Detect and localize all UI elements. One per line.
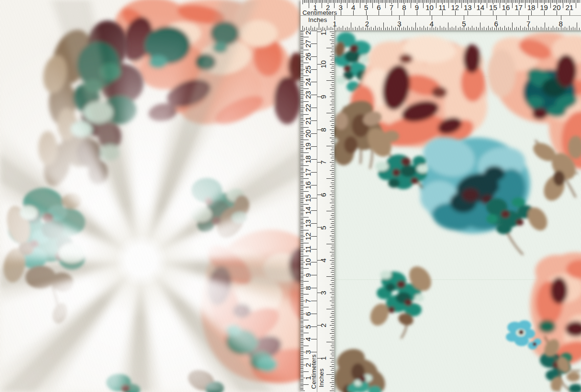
ruler-vertical: Centimeters Inches 123456789101112131415…: [301, 30, 335, 392]
inch-tick: [563, 28, 563, 30]
cm-tick: [560, 0, 561, 3]
cm-tick: [301, 34, 303, 35]
cm-tick: [567, 0, 567, 3]
cm-tick-stem: [311, 133, 317, 134]
inch-tick: [456, 26, 456, 30]
ruler-number: 13: [304, 217, 312, 231]
cm-tick: [301, 351, 303, 351]
cm-tick: [397, 0, 397, 3]
cm-tick: [301, 137, 303, 138]
cm-tick: [301, 83, 303, 84]
cm-tick: [301, 344, 303, 345]
cm-tick: [301, 91, 303, 91]
inch-tick: [500, 27, 501, 30]
ruler-number: 11: [304, 242, 312, 257]
cm-tick: [301, 302, 303, 302]
cm-tick: [301, 115, 303, 116]
cm-tick: [302, 0, 303, 4]
cm-tick: [395, 0, 396, 3]
inch-tick: [353, 28, 353, 30]
cm-tick-stem: [311, 236, 317, 237]
cm-tick: [301, 209, 303, 210]
inch-tick: [379, 27, 380, 30]
cm-tick: [520, 0, 520, 3]
cm-tick: [549, 0, 549, 3]
cm-tick: [478, 0, 479, 3]
inch-tick: [332, 160, 335, 161]
inch-tick: [395, 27, 396, 30]
inch-tick: [332, 140, 335, 140]
inch-tick: [331, 305, 334, 305]
inch-tick: [332, 348, 335, 348]
cm-tick: [301, 305, 303, 306]
inch-tick: [332, 250, 335, 250]
ruler-number: 14: [304, 204, 312, 218]
cm-tick: [405, 0, 406, 3]
inch-tick: [543, 28, 543, 30]
cm-tick: [301, 369, 303, 369]
inch-tick: [516, 27, 517, 30]
inch-tick: [555, 28, 555, 30]
inch-tick: [523, 28, 523, 30]
cm-tick: [301, 312, 303, 313]
cm-tick: [301, 361, 303, 361]
inch-tick: [579, 28, 580, 30]
inch-tick: [448, 22, 448, 30]
cm-tick: [301, 322, 303, 323]
cm-tick: [348, 0, 349, 3]
cm-tick-stem: [311, 172, 317, 173]
inch-tick: [407, 26, 408, 30]
cm-tick-stem: [311, 223, 317, 224]
cm-tick: [445, 0, 445, 3]
inch-tick: [331, 52, 334, 52]
inch-tick: [393, 28, 394, 30]
inch-tick: [541, 27, 541, 30]
cm-tick: [362, 0, 363, 3]
cm-tick: [301, 81, 303, 81]
inch-tick: [330, 32, 334, 32]
inch-tick: [331, 289, 334, 289]
inch-tick: [377, 28, 378, 30]
cm-tick: [554, 0, 555, 3]
cm-tick: [345, 0, 345, 3]
cm-tick: [301, 368, 303, 368]
cm-tick: [301, 113, 303, 113]
inch-tick: [331, 362, 334, 362]
cm-tick: [301, 44, 303, 45]
inch-tick: [472, 26, 472, 30]
cm-tick: [301, 173, 303, 174]
cm-tick: [500, 0, 500, 8]
cm-tick: [301, 290, 303, 291]
inch-tick: [573, 27, 573, 30]
cm-tick: [512, 0, 513, 8]
inch-tick: [530, 28, 531, 30]
inch-tick: [330, 268, 334, 269]
cm-tick: [301, 87, 303, 87]
cm-tick: [301, 359, 303, 360]
cm-tick: [522, 0, 523, 3]
cm-tick: [370, 0, 370, 3]
cm-tick: [450, 0, 450, 3]
cm-tick: [524, 0, 524, 3]
cm-tick: [463, 0, 463, 3]
cm-tick: [533, 0, 533, 3]
ruler-number: 15: [489, 3, 497, 11]
cm-tick: [301, 318, 303, 319]
cm-tick: [320, 0, 321, 3]
cm-tick: [301, 389, 303, 390]
cm-tick: [301, 61, 303, 62]
cm-tick: [367, 0, 368, 3]
ruler-number: 3: [339, 3, 343, 11]
cm-tick: [301, 280, 303, 281]
cm-tick: [301, 86, 303, 86]
flat-floral-print: [334, 30, 581, 392]
cm-tick: [301, 107, 303, 107]
ruler-number: 15: [304, 191, 312, 205]
inch-tick: [331, 207, 334, 207]
cm-tick: [385, 0, 386, 8]
cm-tick-stem: [311, 31, 317, 31]
inch-tick: [331, 174, 334, 174]
ruler-scale-divider: [301, 15, 581, 16]
cm-tick: [301, 261, 303, 261]
cm-tick: [301, 250, 303, 251]
